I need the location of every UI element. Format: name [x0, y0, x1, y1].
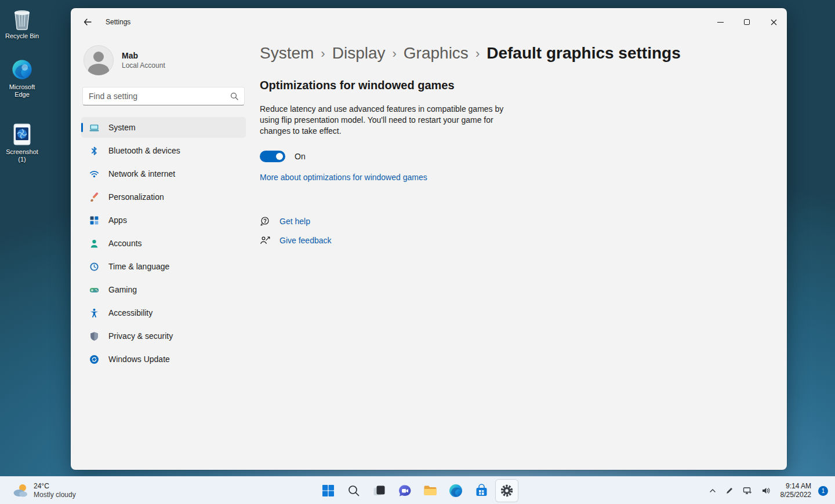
windowed-games-toggle[interactable] [260, 151, 285, 162]
sidebar-item-label: Privacy & security [108, 331, 173, 341]
desktop-icon-screenshot[interactable]: Screenshot (1) [0, 123, 44, 163]
search-icon [347, 484, 360, 497]
sidebar-item-network-internet[interactable]: Network & internet [81, 163, 246, 184]
window-body: Mab Local Account [71, 36, 787, 470]
start-button[interactable] [317, 479, 340, 502]
windows-update-icon [89, 355, 99, 364]
search-icon [230, 92, 238, 100]
back-arrow-icon [83, 17, 92, 27]
clock-time: 9:14 AM [780, 482, 811, 491]
tray-volume-button[interactable] [758, 479, 774, 502]
microsoft-store-button[interactable] [470, 479, 493, 502]
edge-icon [448, 483, 463, 498]
close-icon [771, 19, 777, 25]
weather-condition: Mostly cloudy [34, 491, 76, 499]
sidebar-item-system[interactable]: System [81, 117, 246, 138]
more-about-link[interactable]: More about optimizations for windowed ga… [260, 173, 427, 182]
sidebar-item-bluetooth-devices[interactable]: Bluetooth & devices [81, 140, 246, 161]
sidebar-item-label: Windows Update [108, 355, 170, 364]
sidebar-item-privacy-security[interactable]: Privacy & security [81, 326, 246, 346]
notification-badge[interactable]: 1 [818, 486, 828, 496]
get-help-icon [260, 216, 270, 227]
settings-app-button[interactable] [495, 479, 518, 502]
sidebar-item-personalization[interactable]: Personalization [81, 187, 246, 207]
sidebar-item-accounts[interactable]: Accounts [81, 233, 246, 254]
sidebar-item-label: Accounts [108, 239, 142, 248]
account-type: Local Account [122, 61, 165, 70]
edge-button[interactable] [444, 479, 467, 502]
search-input[interactable] [89, 92, 230, 101]
maximize-icon [744, 19, 750, 25]
sidebar-item-windows-update[interactable]: Windows Update [81, 349, 246, 370]
wifi-icon [89, 169, 99, 179]
clock-icon [89, 262, 99, 272]
breadcrumb-display[interactable]: Display [332, 44, 386, 63]
sidebar-item-label: Gaming [108, 285, 137, 294]
task-view-button[interactable] [368, 479, 391, 502]
desktop-icon-label: Screenshot (1) [1, 148, 43, 163]
store-icon [474, 484, 489, 498]
give-feedback-link[interactable]: Give feedback [279, 236, 332, 245]
breadcrumb-system[interactable]: System [260, 44, 314, 63]
breadcrumb-graphics[interactable]: Graphics [404, 44, 469, 63]
chat-button[interactable] [393, 479, 416, 502]
window-title: Settings [106, 18, 130, 26]
taskbar: 24°C Mostly cloudy [0, 476, 835, 504]
toggle-row: On [260, 151, 764, 162]
system-icon [89, 123, 99, 133]
maximize-button[interactable] [734, 8, 760, 36]
sidebar-item-label: Personalization [108, 192, 164, 202]
help-links: Get help Give feedback [260, 216, 764, 246]
sidebar-item-label: Time & language [108, 262, 169, 271]
tray-network-button[interactable] [740, 479, 755, 502]
minimize-button[interactable] [707, 8, 734, 36]
taskbar-center [317, 479, 518, 502]
sidebar-item-time-language[interactable]: Time & language [81, 256, 246, 277]
toggle-state-label: On [295, 152, 306, 161]
settings-main: System › Display › Graphics › Default gr… [255, 36, 787, 470]
volume-icon [761, 486, 771, 495]
section-description: Reduce latency and use advanced features… [260, 104, 506, 137]
desktop-icon-recycle-bin[interactable]: Recycle Bin [0, 7, 44, 40]
sidebar-item-label: Network & internet [108, 169, 175, 178]
give-feedback-icon [260, 235, 270, 246]
search-box [82, 87, 245, 105]
chevron-up-icon [709, 487, 716, 494]
weather-widget[interactable]: 24°C Mostly cloudy [8, 477, 79, 504]
desktop-icon-edge[interactable]: Microsoft Edge [0, 58, 44, 98]
taskbar-search-button[interactable] [342, 479, 365, 502]
sidebar-item-label: Accessibility [108, 308, 153, 317]
system-tray: 9:14 AM 8/25/2022 1 [706, 477, 830, 504]
chat-icon [398, 484, 412, 498]
weather-icon [12, 482, 29, 499]
back-button[interactable] [78, 13, 97, 31]
settings-nav: System Bluetooth & devices [81, 117, 246, 370]
personalization-brush-icon [89, 192, 99, 202]
file-explorer-button[interactable] [419, 479, 442, 502]
sidebar-item-apps[interactable]: Apps [81, 210, 246, 231]
bluetooth-icon [89, 146, 99, 156]
close-button[interactable] [760, 8, 787, 36]
shield-icon [89, 331, 99, 341]
sidebar-item-gaming[interactable]: Gaming [81, 279, 246, 300]
tray-chevron-up[interactable] [706, 479, 719, 502]
breadcrumb: System › Display › Graphics › Default gr… [260, 44, 764, 63]
task-view-icon [372, 484, 386, 498]
tray-pen-button[interactable] [723, 479, 736, 502]
settings-gear-icon [499, 483, 514, 498]
minimize-icon [717, 22, 724, 23]
toggle-knob [276, 153, 283, 160]
account-card[interactable]: Mab Local Account [81, 42, 246, 85]
file-explorer-icon [423, 483, 438, 498]
pen-icon [725, 487, 734, 495]
sidebar-item-accessibility[interactable]: Accessibility [81, 302, 246, 323]
gaming-controller-icon [89, 285, 99, 295]
recycle-bin-icon [10, 7, 34, 30]
apps-icon [89, 216, 99, 225]
clock[interactable]: 9:14 AM 8/25/2022 [777, 482, 815, 499]
give-feedback-row: Give feedback [260, 235, 764, 246]
screenshot-file-icon [10, 123, 34, 146]
section-title: Optimizations for windowed games [260, 79, 764, 92]
get-help-link[interactable]: Get help [279, 217, 310, 226]
desktop-icon-label: Microsoft Edge [1, 83, 43, 98]
